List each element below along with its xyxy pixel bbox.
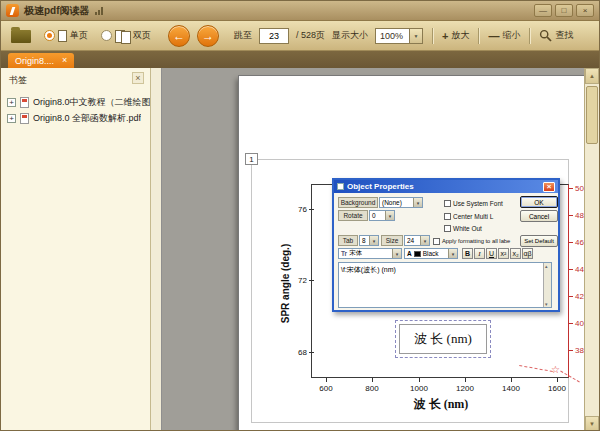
zoom-out-button[interactable]: — 缩小 — [488, 29, 520, 42]
toolbar-divider — [529, 28, 530, 44]
tab-value: 8 — [362, 237, 366, 244]
superscript-button[interactable]: x² — [498, 248, 509, 259]
tab-label: Origin8.... — [15, 56, 54, 66]
zoom-in-label: 放大 — [451, 29, 469, 42]
axis-title-object[interactable]: 波 长 (nm) — [399, 324, 487, 354]
find-label: 查找 — [555, 29, 573, 42]
x-axis-tick: 800 — [357, 384, 387, 393]
x-axis-tick: 1400 — [496, 384, 526, 393]
checkbox-label: White Out — [453, 225, 482, 232]
white-out-checkbox[interactable]: White Out — [444, 224, 482, 232]
color-value: Black — [423, 250, 439, 257]
expand-icon[interactable]: + — [7, 98, 16, 107]
text-content: \f:宋体(波长) (nm) — [341, 266, 396, 273]
page-number-input[interactable] — [259, 28, 289, 44]
chevron-down-icon[interactable]: ▼ — [409, 29, 422, 43]
app-title: 极速pdf阅读器 — [24, 4, 90, 18]
text-content-area[interactable]: \f:宋体(波长) (nm) — [338, 262, 552, 308]
cancel-button[interactable]: Cancel — [520, 210, 558, 222]
main-toolbar: 单页 双页 跳至 / 528页 显示大小 100% ▼ + 放大 — 缩小 — [1, 21, 599, 51]
vertical-scrollbar[interactable]: ▲ ▼ — [584, 68, 599, 431]
single-page-toggle[interactable]: 单页 — [44, 29, 88, 42]
zoom-out-label: 缩小 — [502, 29, 520, 42]
find-button[interactable]: 查找 — [539, 29, 573, 42]
dialog-title-bar[interactable]: Object Properties × — [334, 180, 558, 193]
set-default-button[interactable]: Set Default — [520, 235, 558, 247]
rotate-value: 0 — [372, 212, 376, 219]
bookmark-item[interactable]: + Origin8.0 全部函数解析.pdf — [7, 110, 150, 126]
scrollbar-thumb[interactable] — [586, 86, 598, 144]
x-axis-tick: 1200 — [450, 384, 480, 393]
double-page-icon — [115, 30, 130, 42]
dialog-icon — [337, 183, 344, 190]
single-page-label: 单页 — [70, 29, 88, 42]
scroll-up-icon[interactable]: ▲ — [585, 68, 599, 84]
object-properties-dialog: Object Properties × Background (None) Us… — [332, 178, 560, 312]
dialog-close-button[interactable]: × — [543, 182, 555, 192]
background-value: (None) — [382, 199, 402, 206]
document-icon — [20, 113, 29, 124]
size-dropdown[interactable]: 24 — [404, 235, 430, 246]
toolbar-divider — [478, 28, 479, 44]
tab-close-icon[interactable]: × — [62, 56, 67, 65]
bookmark-item[interactable]: + Origin8.0中文教程（二维绘图，带 — [7, 94, 150, 110]
apply-all-checkbox[interactable]: Apply formatting to all labe — [433, 237, 510, 245]
tab-origin8[interactable]: Origin8.... × — [8, 53, 74, 68]
underline-button[interactable]: U — [486, 248, 497, 259]
app-window: 极速pdf阅读器 — □ × 单页 双页 跳至 / 528页 显示大小 100%… — [0, 0, 600, 431]
font-dropdown[interactable]: Tr 宋体 — [338, 248, 402, 259]
subscript-button[interactable]: x₂ — [510, 248, 521, 259]
bookmarks-header: 书签 × — [1, 68, 150, 90]
ok-button[interactable]: OK — [520, 196, 558, 208]
single-page-icon — [58, 30, 67, 42]
size-value: 24 — [407, 237, 414, 244]
rotate-dropdown[interactable]: 0 — [369, 210, 395, 221]
color-dropdown[interactable]: A Black — [404, 248, 458, 259]
app-logo-icon — [6, 4, 19, 17]
display-size-label: 显示大小 — [332, 29, 368, 42]
panel-close-button[interactable]: × — [132, 72, 144, 84]
tab-dropdown[interactable]: 8 — [359, 235, 379, 246]
back-button[interactable] — [168, 25, 190, 47]
minus-icon: — — [488, 30, 499, 42]
zoom-level-value: 100% — [376, 31, 409, 41]
scroll-down-icon[interactable]: ▼ — [585, 416, 599, 431]
document-icon — [20, 97, 29, 108]
maximize-button[interactable]: □ — [555, 4, 573, 17]
textarea-scrollbar[interactable] — [543, 263, 551, 307]
bookmarks-tree: + Origin8.0中文教程（二维绘图，带 + Origin8.0 全部函数解… — [1, 90, 150, 126]
star-marker-icon: ☆ — [551, 364, 560, 375]
x-axis-label: 波 长 (nm) — [356, 396, 526, 413]
y-axis-tick: 68 — [289, 348, 307, 357]
zoom-in-button[interactable]: + 放大 — [442, 29, 469, 42]
double-page-toggle[interactable]: 双页 — [101, 29, 151, 42]
double-page-label: 双页 — [133, 29, 151, 42]
font-value: 宋体 — [349, 249, 362, 258]
forward-button[interactable] — [197, 25, 219, 47]
close-button[interactable]: × — [576, 4, 594, 17]
truetype-icon: Tr — [341, 250, 347, 257]
pdf-page: 1 SPR angle (deg.) 76 72 68 50 48 46 44 … — [239, 76, 586, 431]
expand-icon[interactable]: + — [7, 114, 16, 123]
greek-button[interactable]: αβ — [522, 248, 533, 259]
background-dropdown[interactable]: (None) — [379, 197, 423, 208]
use-system-font-checkbox[interactable]: Use System Font — [444, 199, 503, 207]
italic-button[interactable]: I — [474, 248, 485, 259]
panel-splitter[interactable] — [151, 68, 162, 431]
minimize-button[interactable]: — — [534, 4, 552, 17]
bold-button[interactable]: B — [462, 248, 473, 259]
open-file-button[interactable] — [11, 30, 31, 43]
center-multi-checkbox[interactable]: Center Multi L — [444, 212, 493, 220]
checkbox-icon — [444, 213, 451, 220]
zoom-level-select[interactable]: 100% ▼ — [375, 28, 423, 44]
radio-unselected-icon — [101, 30, 112, 41]
checkbox-icon — [444, 225, 451, 232]
checkbox-label: Use System Font — [453, 200, 503, 207]
layer-badge: 1 — [245, 153, 258, 165]
tab-bar: Origin8.... × — [1, 51, 599, 68]
title-bar: 极速pdf阅读器 — □ × — [1, 1, 599, 21]
checkbox-label: Center Multi L — [453, 213, 493, 220]
bookmarks-panel: 书签 × + Origin8.0中文教程（二维绘图，带 + Origin8.0 … — [1, 68, 151, 431]
dialog-title: Object Properties — [347, 182, 414, 191]
signal-icon — [95, 7, 103, 15]
